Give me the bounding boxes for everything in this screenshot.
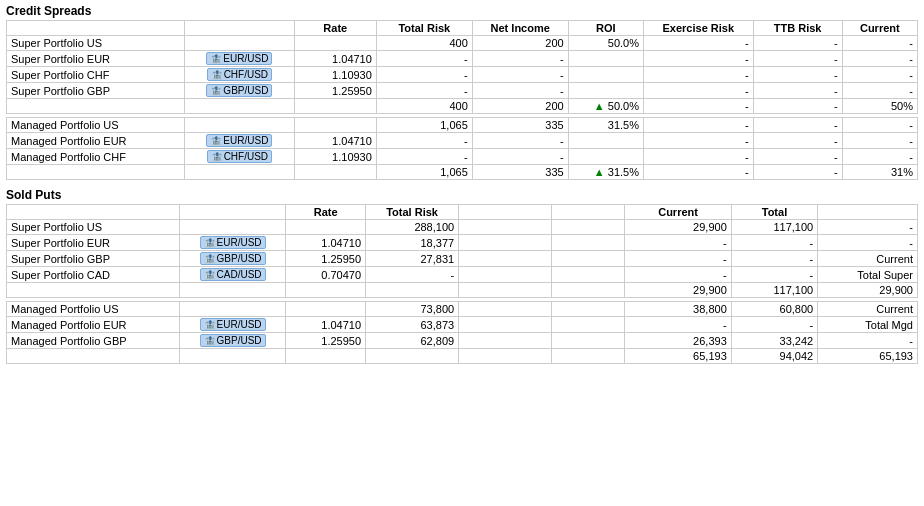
row-current: - — [842, 36, 917, 51]
cs-header-rate: Rate — [294, 21, 376, 36]
table-row: Managed Portfolio EUR 🏦EUR/USD 1.04710 6… — [7, 317, 918, 333]
row-exercise-risk: - — [643, 133, 753, 149]
row-roi: 50.0% — [568, 36, 643, 51]
row-ttb-risk: - — [753, 149, 842, 165]
table-row: Managed Portfolio EUR 🏦EUR/USD 1.04710 -… — [7, 133, 918, 149]
subtotal-label — [7, 165, 185, 180]
row-net-income: - — [472, 133, 568, 149]
row-roi — [568, 133, 643, 149]
row-roi: 31.5% — [568, 118, 643, 133]
row-col4 — [459, 220, 552, 235]
table-row: Super Portfolio EUR 🏦EUR/USD 1.04710 - -… — [7, 51, 918, 67]
row-badge — [185, 36, 295, 51]
row-badge: 🏦GBP/USD — [179, 251, 285, 267]
row-label: Super Portfolio EUR — [7, 235, 180, 251]
row-badge: 🏦CHF/USD — [185, 149, 295, 165]
subtotal-empty1 — [179, 283, 285, 298]
row-net-income: - — [472, 149, 568, 165]
subtotal-total-risk: 1,065 — [376, 165, 472, 180]
row-net-income: - — [472, 67, 568, 83]
subtotal-total-risk — [366, 349, 459, 364]
row-col8: Current — [818, 251, 918, 267]
row-col5 — [552, 220, 625, 235]
row-ttb-risk: - — [753, 51, 842, 67]
main-container: Credit Spreads Rate Total Risk Net Incom… — [0, 0, 924, 368]
row-roi — [568, 67, 643, 83]
row-rate — [286, 302, 366, 317]
row-label: Managed Portfolio GBP — [7, 333, 180, 349]
subtotal-empty2 — [286, 349, 366, 364]
row-badge: 🏦GBP/USD — [185, 83, 295, 99]
row-total-risk: 400 — [376, 36, 472, 51]
subtotal-label — [7, 349, 180, 364]
row-total-risk: - — [376, 51, 472, 67]
row-badge: 🏦EUR/USD — [179, 317, 285, 333]
subtotal-col5 — [552, 283, 625, 298]
subtotal-ttb-risk: - — [753, 99, 842, 114]
row-total-risk: 73,800 — [366, 302, 459, 317]
subtotal-total: 117,100 — [731, 283, 817, 298]
row-rate: 0.70470 — [286, 267, 366, 283]
row-rate: 1.10930 — [294, 67, 376, 83]
row-roi — [568, 149, 643, 165]
row-col5 — [552, 333, 625, 349]
row-col5 — [552, 235, 625, 251]
subtotal-empty1 — [179, 349, 285, 364]
row-col5 — [552, 267, 625, 283]
row-badge: 🏦CAD/USD — [179, 267, 285, 283]
row-badge: 🏦GBP/USD — [179, 333, 285, 349]
row-rate — [286, 220, 366, 235]
row-badge: 🏦EUR/USD — [185, 133, 295, 149]
table-row: Super Portfolio CHF 🏦CHF/USD 1.10930 - -… — [7, 67, 918, 83]
sp-header-col1 — [179, 205, 285, 220]
row-ttb-risk: - — [753, 133, 842, 149]
sold-puts-table: Rate Total Risk Current Total Super Port… — [6, 204, 918, 364]
row-rate: 1.04710 — [286, 317, 366, 333]
row-exercise-risk: - — [643, 149, 753, 165]
row-rate: 1.25950 — [294, 83, 376, 99]
sp-header-col0 — [7, 205, 180, 220]
row-col8: - — [818, 333, 918, 349]
subtotal-label — [7, 283, 180, 298]
subtotal-current: 31% — [842, 165, 917, 180]
row-total: - — [731, 251, 817, 267]
row-total: - — [731, 235, 817, 251]
subtotal-roi: ▲ 31.5% — [568, 165, 643, 180]
row-net-income: - — [472, 51, 568, 67]
credit-spreads-table: Rate Total Risk Net Income ROI Exercise … — [6, 20, 918, 180]
row-label: Super Portfolio GBP — [7, 251, 180, 267]
row-label: Managed Portfolio US — [7, 302, 180, 317]
sold-puts-title: Sold Puts — [6, 188, 918, 202]
cs-header-total-risk: Total Risk — [376, 21, 472, 36]
row-current: 26,393 — [625, 333, 731, 349]
row-col5 — [552, 317, 625, 333]
subtotal-net-income: 200 — [472, 99, 568, 114]
row-total: 60,800 — [731, 302, 817, 317]
sp-header-col5 — [552, 205, 625, 220]
row-badge: 🏦EUR/USD — [185, 51, 295, 67]
subtotal-total-risk: 400 — [376, 99, 472, 114]
row-total-risk: - — [376, 83, 472, 99]
row-ttb-risk: - — [753, 118, 842, 133]
cs-header-net-income: Net Income — [472, 21, 568, 36]
sp-header-rate: Rate — [286, 205, 366, 220]
row-total-risk: 288,100 — [366, 220, 459, 235]
row-col4 — [459, 251, 552, 267]
row-col5 — [552, 302, 625, 317]
credit-spreads-header-row: Rate Total Risk Net Income ROI Exercise … — [7, 21, 918, 36]
row-total: - — [731, 317, 817, 333]
row-col4 — [459, 317, 552, 333]
sp-header-col8 — [818, 205, 918, 220]
row-total: 117,100 — [731, 220, 817, 235]
row-current: - — [842, 83, 917, 99]
row-label: Super Portfolio EUR — [7, 51, 185, 67]
table-row: Managed Portfolio GBP 🏦GBP/USD 1.25950 6… — [7, 333, 918, 349]
subtotal-net-income: 335 — [472, 165, 568, 180]
row-rate — [294, 36, 376, 51]
row-current: - — [842, 133, 917, 149]
row-label: Managed Portfolio CHF — [7, 149, 185, 165]
row-total: - — [731, 267, 817, 283]
row-current: - — [842, 51, 917, 67]
row-total-risk: - — [376, 149, 472, 165]
subtotal-current: 29,900 — [625, 283, 731, 298]
